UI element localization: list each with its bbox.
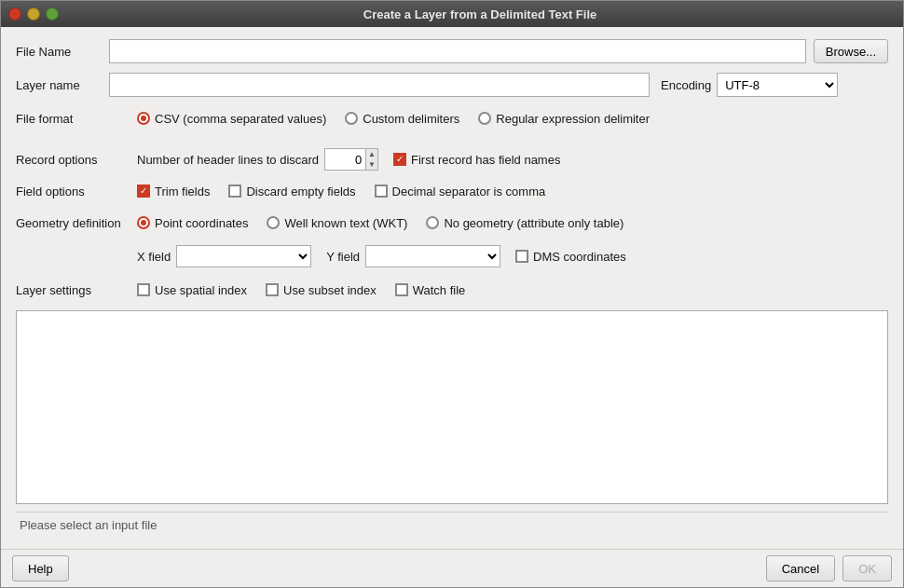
titlebar: Create a Layer from a Delimited Text Fil…: [1, 1, 903, 27]
dialog-content: File Name Browse... Layer name Encoding …: [1, 27, 903, 549]
watch-file-option[interactable]: Watch file: [395, 283, 466, 297]
custom-delimiters-radio[interactable]: [345, 112, 358, 125]
layer-settings-row: Layer settings Use spatial index Use sub…: [16, 277, 888, 303]
y-field-label: Y field: [326, 250, 360, 264]
spinner-down[interactable]: ▼: [366, 159, 377, 170]
cancel-button[interactable]: Cancel: [766, 555, 835, 581]
csv-label: CSV (comma separated values): [155, 112, 326, 126]
trim-fields-option[interactable]: Trim fields: [137, 185, 210, 198]
record-options-label: Record options: [16, 153, 137, 167]
discard-empty-fields-label: Discard empty fields: [246, 185, 355, 198]
preview-area: [16, 310, 888, 504]
watch-file-checkbox[interactable]: [395, 283, 408, 296]
ok-button[interactable]: OK: [842, 555, 892, 581]
regex-delimiter-radio[interactable]: [478, 112, 491, 125]
trim-fields-label: Trim fields: [155, 185, 210, 198]
x-field-select[interactable]: [176, 245, 311, 267]
maximize-button[interactable]: [46, 7, 59, 21]
no-geometry-radio[interactable]: [426, 216, 439, 229]
custom-delimiters-radio-option[interactable]: Custom delimiters: [345, 112, 459, 126]
header-lines-label: Number of header lines to discard: [137, 153, 319, 167]
use-spatial-index-label: Use spatial index: [155, 283, 247, 297]
spinner-up[interactable]: ▲: [366, 149, 377, 159]
use-subset-index-option[interactable]: Use subset index: [266, 283, 377, 297]
dms-coordinates-label: DMS coordinates: [533, 250, 626, 264]
help-button[interactable]: Help: [12, 555, 69, 581]
geometry-definition-group: Point coordinates Well known text (WKT) …: [137, 216, 623, 230]
file-format-row: File format CSV (comma separated values)…: [16, 105, 888, 131]
point-coordinates-option[interactable]: Point coordinates: [137, 216, 248, 230]
file-format-group: CSV (comma separated values) Custom deli…: [137, 112, 650, 126]
record-options-row: Record options Number of header lines to…: [16, 146, 888, 172]
encoding-select[interactable]: UTF-8 UTF-16 ISO-8859-1 ASCII: [717, 73, 838, 97]
geometry-definition-label: Geometry definition: [16, 216, 137, 230]
field-options-label: Field options: [16, 185, 137, 198]
regex-delimiter-label: Regular expression delimiter: [496, 112, 650, 126]
header-lines-input[interactable]: [324, 148, 366, 171]
wkt-radio[interactable]: [267, 216, 280, 229]
point-coordinates-label: Point coordinates: [155, 216, 248, 230]
file-name-label: File Name: [16, 45, 109, 59]
y-field-select[interactable]: [365, 245, 500, 267]
file-format-label: File format: [16, 112, 137, 126]
first-record-field-names-label: First record has field names: [411, 153, 560, 167]
file-name-row: File Name Browse...: [16, 38, 888, 64]
dms-coordinates-checkbox[interactable]: [515, 250, 528, 263]
xy-fields-row: X field Y field DMS coordinates: [16, 243, 888, 269]
status-message: Please select an input file: [20, 518, 157, 532]
layer-name-label: Layer name: [16, 78, 109, 92]
use-spatial-index-checkbox[interactable]: [137, 283, 150, 296]
watch-file-label: Watch file: [413, 283, 466, 297]
x-field-label: X field: [137, 250, 171, 264]
file-name-input[interactable]: [109, 39, 806, 63]
trim-fields-checkbox[interactable]: [137, 185, 150, 198]
first-record-field-names-checkbox[interactable]: [393, 153, 406, 166]
layer-name-row: Layer name Encoding UTF-8 UTF-16 ISO-885…: [16, 72, 888, 98]
custom-delimiters-label: Custom delimiters: [363, 112, 459, 126]
use-subset-index-checkbox[interactable]: [266, 283, 279, 296]
regex-delimiter-radio-option[interactable]: Regular expression delimiter: [478, 112, 650, 126]
layer-name-input[interactable]: [109, 73, 650, 97]
status-bar: Please select an input file: [16, 512, 888, 538]
point-coordinates-radio[interactable]: [137, 216, 150, 229]
minimize-button[interactable]: [27, 7, 40, 21]
header-lines-spinner: ▲ ▼: [324, 148, 378, 171]
footer-right: Cancel OK: [766, 555, 892, 581]
wkt-option[interactable]: Well known text (WKT): [267, 216, 407, 230]
use-spatial-index-option[interactable]: Use spatial index: [137, 283, 247, 297]
footer: Help Cancel OK: [1, 549, 903, 587]
close-button[interactable]: [8, 7, 21, 21]
discard-empty-fields-option[interactable]: Discard empty fields: [228, 185, 355, 198]
window-title: Create a Layer from a Delimited Text Fil…: [64, 7, 896, 21]
encoding-label: Encoding: [661, 78, 711, 92]
geometry-definition-row: Geometry definition Point coordinates We…: [16, 210, 888, 236]
decimal-separator-comma-checkbox[interactable]: [375, 185, 388, 198]
field-options-row: Field options Trim fields Discard empty …: [16, 178, 888, 204]
browse-button[interactable]: Browse...: [814, 39, 888, 63]
no-geometry-option[interactable]: No geometry (attribute only table): [426, 216, 623, 230]
no-geometry-label: No geometry (attribute only table): [444, 216, 623, 230]
dms-coordinates-option[interactable]: DMS coordinates: [515, 250, 626, 264]
layer-settings-group: Use spatial index Use subset index Watch…: [137, 283, 465, 297]
first-record-field-names-option[interactable]: First record has field names: [393, 153, 560, 167]
discard-empty-fields-checkbox[interactable]: [228, 185, 241, 198]
use-subset-index-label: Use subset index: [283, 283, 377, 297]
spinner-buttons: ▲ ▼: [366, 148, 378, 171]
decimal-separator-comma-label: Decimal separator is comma: [392, 185, 546, 198]
layer-settings-label: Layer settings: [16, 283, 137, 297]
csv-radio[interactable]: [137, 112, 150, 125]
wkt-label: Well known text (WKT): [284, 216, 407, 230]
main-window: Create a Layer from a Delimited Text Fil…: [0, 0, 904, 588]
decimal-separator-comma-option[interactable]: Decimal separator is comma: [375, 185, 546, 198]
csv-radio-option[interactable]: CSV (comma separated values): [137, 112, 326, 126]
field-options-group: Trim fields Discard empty fields Decimal…: [137, 185, 545, 198]
